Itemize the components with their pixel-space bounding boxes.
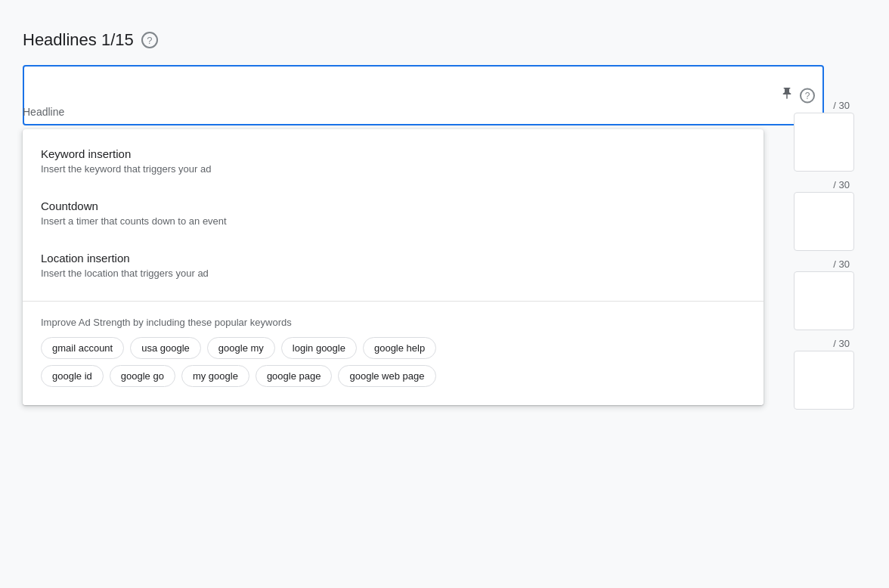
countdown-title: Countdown <box>41 200 745 212</box>
countdown-option[interactable]: Countdown Insert a timer that counts dow… <box>23 187 764 240</box>
keywords-row-2: google id google go my google google pag… <box>41 365 745 387</box>
keywords-section: Improve Ad Strength by including these p… <box>23 305 764 405</box>
keyword-chip-google-my[interactable]: google my <box>207 337 275 359</box>
location-insertion-option[interactable]: Location insertion Insert the location t… <box>23 240 764 292</box>
keyword-chip-my-google[interactable]: my google <box>181 365 249 387</box>
dropdown-options: Keyword insertion Insert the keyword tha… <box>23 129 764 298</box>
keyword-chip-google-web-page[interactable]: google web page <box>338 365 435 387</box>
input-area: ? Keyword insertion Insert the keyword t… <box>23 65 824 125</box>
keyword-chip-google-go[interactable]: google go <box>110 365 175 387</box>
char-count-2: / 30 <box>829 178 854 192</box>
location-insertion-desc: Insert the location that triggers your a… <box>41 268 745 279</box>
keyword-chip-gmail-account[interactable]: gmail account <box>41 337 124 359</box>
keyword-chip-google-help[interactable]: google help <box>363 337 436 359</box>
keyword-insertion-option[interactable]: Keyword insertion Insert the keyword tha… <box>23 135 764 187</box>
countdown-desc: Insert a timer that counts down to an ev… <box>41 215 745 227</box>
char-count-3: / 30 <box>829 257 854 271</box>
side-panel: / 30 / 30 / 30 / 30 <box>779 98 854 416</box>
insertion-dropdown: Keyword insertion Insert the keyword tha… <box>23 129 764 405</box>
keywords-label: Improve Ad Strength by including these p… <box>41 317 745 328</box>
field-box-3[interactable] <box>794 271 854 330</box>
field-box-1[interactable] <box>794 113 854 172</box>
keyword-chip-google-id[interactable]: google id <box>41 365 104 387</box>
headline-bottom-label: Headline <box>23 106 64 118</box>
keyword-insertion-title: Keyword insertion <box>41 147 745 160</box>
keyword-chip-login-google[interactable]: login google <box>281 337 357 359</box>
page-container: Headlines 1/15 ? ? Keyword insertion Ins… <box>23 30 854 125</box>
field-box-2[interactable] <box>794 192 854 251</box>
char-count-4: / 30 <box>829 336 854 351</box>
keyword-chip-google-page[interactable]: google page <box>256 365 333 387</box>
side-item-4: / 30 <box>779 336 854 410</box>
headline-input[interactable] <box>23 65 824 125</box>
side-item-2: / 30 <box>779 178 854 251</box>
headlines-header: Headlines 1/15 ? <box>23 30 854 50</box>
location-insertion-title: Location insertion <box>41 252 745 265</box>
keyword-insertion-desc: Insert the keyword that triggers your ad <box>41 163 745 175</box>
dropdown-divider <box>23 301 764 302</box>
field-box-4[interactable] <box>794 351 854 410</box>
headlines-help-icon[interactable]: ? <box>141 32 158 48</box>
headlines-title: Headlines 1/15 <box>23 30 134 50</box>
side-item-1: / 30 <box>779 98 854 172</box>
keyword-chip-usa-google[interactable]: usa google <box>130 337 201 359</box>
keywords-row-1: gmail account usa google google my login… <box>41 337 745 359</box>
char-count-1: / 30 <box>829 98 854 113</box>
side-item-3: / 30 <box>779 257 854 330</box>
